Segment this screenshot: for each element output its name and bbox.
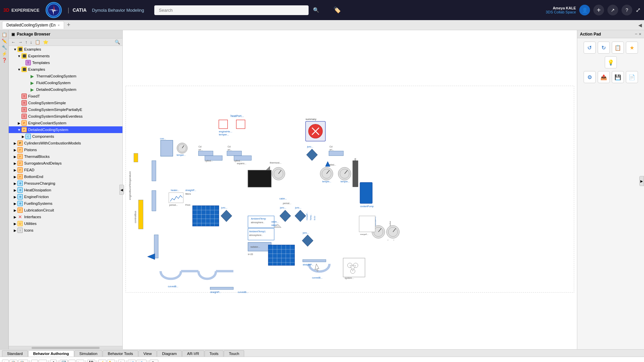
tree-item-thermal[interactable]: ▶ ▶ ThermalCoolingSystem [9,73,122,79]
tab-diagram[interactable]: Diagram [157,350,181,357]
tab-behavior-authoring[interactable]: Behavior Authoring [28,350,74,357]
tab-touch[interactable]: Touch [224,350,244,357]
fullscreen-button[interactable]: ⤢ [636,6,641,14]
tree-item-components[interactable]: ▶ C Components [9,133,122,140]
tree-item-interfaces[interactable]: ▶ ✕ Interfaces [9,214,122,220]
action-row-3: ⚙ 📤 💾 📄 [581,71,641,83]
tree-item-pistons[interactable]: ▶ P Pistons [9,146,122,153]
action-pad-minimize[interactable]: − [635,32,638,37]
tab-tools[interactable]: Tools [205,350,224,357]
idea-button[interactable]: 💡 [605,56,617,68]
save-action-button[interactable]: 💾 [612,71,624,83]
tool-sim-setup[interactable]: ⚡ [98,360,106,362]
tool-redo[interactable]: ↪▾ [39,360,47,362]
clipboard-action-button[interactable]: 📄 [626,71,638,83]
tree-item-detailed-run[interactable]: ▶ ▶ DetailedCoolingSystem [9,86,122,93]
search-input[interactable] [154,5,309,15]
sidebar-up-btn[interactable]: ↑ [24,39,29,45]
tree-item-pressure[interactable]: ▶ ⚙ PressureCharging [9,180,122,187]
tool-undo[interactable]: ↩ [31,360,38,362]
tree-item-detailed-pkg[interactable]: ▼ P DetailedCoolingSystem [9,126,122,133]
tool-letter-l[interactable]: L [118,360,125,362]
add-button[interactable]: + [593,5,604,15]
tree-item-lubrication[interactable]: ▶ P LubricationCircuit [9,207,122,214]
sidebar-star-btn[interactable]: ⭐ [42,39,49,45]
tree-item-fluid[interactable]: ▶ ▶ FluidCoolingSystem [9,79,122,86]
star-action-button[interactable]: ★ [626,42,638,54]
left-icon-5[interactable]: ❓ [2,58,7,63]
tree-item-cooling-partial[interactable]: ▶ T CoolingSystemSimplePartiallyE [9,106,122,113]
tree-item-fuelling[interactable]: ▶ ⚙ FuellingSystems [9,200,122,207]
right-edge-expand[interactable]: ▶ [639,176,644,186]
tab-bar: DetailedCoolingSystem (En × + ◀ [0,20,644,30]
left-icon-4[interactable]: ⚡ [2,51,7,56]
sidebar-copy-btn[interactable]: 📋 [34,39,41,45]
add-tab-button[interactable]: + [65,21,72,28]
left-icon-3[interactable]: 🔧 [2,45,7,50]
search-button[interactable]: 🔍 [313,7,319,13]
canvas-area[interactable]: engineBurstTemperature controlBus heatPo… [123,30,577,349]
tab-simulation[interactable]: Simulation [74,350,103,357]
tool-play[interactable]: ▶▾ [76,360,84,362]
tab-behavior-tools[interactable]: Behavior Tools [103,350,138,357]
left-icon-2[interactable]: ✏️ [2,39,7,44]
tree-item-experiments[interactable]: ▼ ⬛ Experiments [9,53,122,59]
tree-item-utilities[interactable]: ▶ U Utilities [9,220,122,227]
tool-table-drop[interactable]: 📊▾ [137,360,147,362]
bookmark-button[interactable]: 🏷️ [333,6,341,14]
tool-paste[interactable]: 📋▾ [18,360,28,362]
tree-item-surrogates[interactable]: ▶ P SurrogatesAndDelays [9,160,122,167]
tool-stop[interactable]: ⏹ [68,360,75,362]
sidebar-forward-btn[interactable]: → [17,39,23,45]
tree-item-fead[interactable]: ▶ P FEAD [9,167,122,173]
tool-measure[interactable]: 📏 [107,360,115,362]
sidebar-down-btn[interactable]: ↓ [29,39,34,45]
svg-text:curvedB...: curvedB... [238,291,248,293]
settings-action-button[interactable]: ⚙ [584,71,596,83]
share-button[interactable]: ↗ [607,5,618,15]
tree-item-friction[interactable]: ▶ ⚙ EngineFriction [9,193,122,200]
left-icon-1[interactable]: 📋 [2,32,7,37]
collab-space[interactable]: 3DS Collab Space [546,10,576,14]
undo-button[interactable]: ↺ [584,42,596,54]
tree-item-cooling-eventless[interactable]: ▶ T CoolingSystemSimpleEventless [9,113,122,120]
tab-close-btn[interactable]: × [58,23,60,27]
sidebar-search-btn[interactable]: 🔍 [114,39,121,45]
tree-item-cooling-simple[interactable]: ▶ T CoolingSystemSimple [9,100,122,106]
svg-text:cylind...: cylind... [234,160,242,162]
action-pad-close[interactable]: × [639,32,641,37]
copy-action-button[interactable]: 📋 [612,42,624,54]
main-tab[interactable]: DetailedCoolingSystem (En × [2,21,64,29]
tree-item-heat[interactable]: ▶ ⚙ HeatDissipation [9,187,122,193]
sidebar-collapse-arrow[interactable]: ◀ [119,185,124,195]
tool-table[interactable]: 📊 [128,360,136,362]
redo-button[interactable]: ↻ [598,42,610,54]
tree-item-examples2[interactable]: ▼ ⬛ Examples [9,66,122,73]
sidebar-back-btn[interactable]: ← [10,39,16,45]
sidebar-toggle-icon[interactable]: ▣ [11,32,15,37]
tool-save[interactable]: 💾 [87,360,95,362]
collapse-panel-button[interactable]: ◀ [638,22,642,28]
tree-item-templates[interactable]: ▶ T Templates [9,59,122,66]
help-button[interactable]: ? [622,5,632,15]
tool-refresh[interactable]: 🔃 [60,360,68,362]
tool-settings[interactable]: ⚙▾ [150,360,158,362]
tab-arvr[interactable]: AR-VR [182,350,204,357]
tree-item-thermal-blocks[interactable]: ▶ P ThermalBlocks [9,153,122,160]
tree-item-bottomend[interactable]: ▶ P BottomEnd [9,173,122,180]
user-avatar-button[interactable]: 👤 [579,5,590,15]
tree-item-engine-coolant[interactable]: ▶ P EngineCoolantSystem [9,120,122,126]
sidebar-title: Package Browser [17,32,50,37]
tab-view[interactable]: View [139,350,157,357]
tool-scissors[interactable]: ✂ [2,360,9,362]
tree-item-cylinders[interactable]: ▶ P CylindersWithCombustionModels [9,140,122,146]
compass-button[interactable]: V.R [46,2,62,18]
tree-item-icons[interactable]: ▶ I Icons [9,227,122,234]
tool-upload[interactable]: ⬆ [50,360,57,362]
svg-rect-51 [169,193,183,203]
export-action-button[interactable]: 📤 [598,71,610,83]
tree-item-fixedt[interactable]: ▶ T FixedT [9,93,122,100]
tab-standard[interactable]: Standard [2,350,28,357]
tree-item-root[interactable]: ▼ ⬛ Examples [9,46,122,53]
tool-copy[interactable]: 📋 [9,360,17,362]
